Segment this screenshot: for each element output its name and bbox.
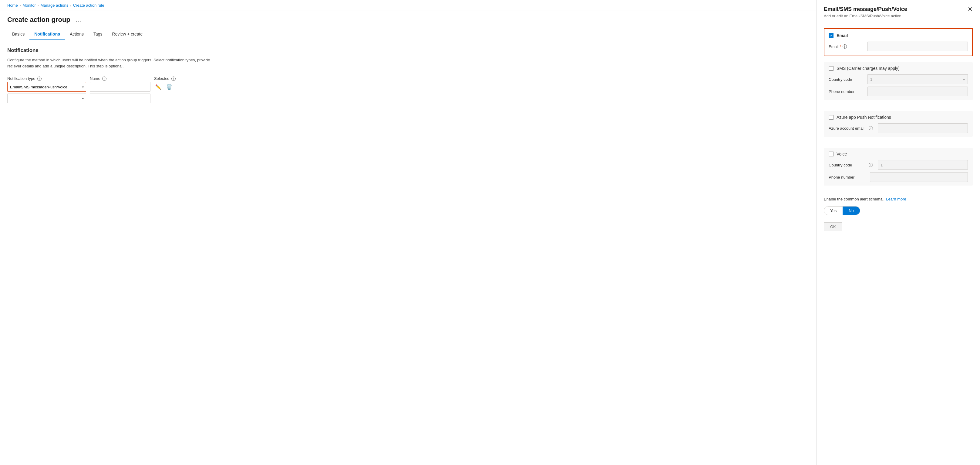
voice-checkbox-row: Voice [829, 152, 968, 157]
divider-2 [824, 143, 973, 143]
required-indicator: * [840, 44, 842, 49]
push-email-input[interactable] [878, 123, 968, 133]
voice-section: Voice Country code i Phone number [824, 148, 973, 185]
notification-name-input-2[interactable] [90, 94, 150, 103]
toggle-yes-button[interactable]: Yes [824, 206, 843, 215]
push-label: Azure app Push Notifications [837, 115, 891, 120]
voice-phone-label: Phone number [829, 175, 865, 179]
section-description: Configure the method in which users will… [7, 57, 213, 69]
panel-title: Email/SMS message/Push/Voice [824, 6, 907, 13]
page-header: Create action group ... [0, 11, 816, 24]
alert-schema-label: Enable the common alert schema. [824, 197, 883, 201]
close-panel-button[interactable]: ✕ [967, 6, 973, 12]
breadcrumb: Home › Monitor › Manage actions › Create… [0, 0, 816, 11]
push-checkbox[interactable] [829, 115, 834, 120]
breadcrumb-monitor[interactable]: Monitor [22, 3, 35, 8]
toggle-group: Yes No [824, 206, 860, 215]
notification-type-dropdown[interactable]: Email/SMS message/Push/Voice [7, 82, 86, 92]
divider-1 [824, 106, 973, 106]
notification-type-cell-2: ▾ [7, 94, 86, 103]
email-info-icon[interactable]: i [843, 44, 847, 49]
learn-more-link[interactable]: Learn more [886, 197, 906, 201]
breadcrumb-manage-actions[interactable]: Manage actions [40, 3, 68, 8]
notification-type-select-wrapper-2: ▾ [7, 94, 86, 103]
sms-country-code-row: Country code 1 ▾ [829, 74, 968, 84]
sms-label: SMS (Carrier charges may apply) [837, 66, 900, 71]
voice-country-info-icon[interactable]: i [869, 163, 873, 167]
selected-info-icon[interactable]: i [171, 77, 176, 81]
sms-checkbox[interactable] [829, 66, 834, 71]
page-title: Create action group [7, 16, 70, 24]
email-label: Email [837, 33, 848, 38]
panel-header: Email/SMS message/Push/Voice Add or edit… [816, 0, 980, 22]
tab-notifications[interactable]: Notifications [29, 29, 65, 40]
table-row: Email/SMS message/Push/Voice ▾ ✏️ 🗑️ [7, 82, 809, 92]
sms-section: SMS (Carrier charges may apply) Country … [824, 62, 973, 100]
push-info-icon[interactable]: i [869, 126, 873, 130]
ok-button-container: OK [824, 220, 973, 231]
divider-3 [824, 192, 973, 192]
breadcrumb-current: Create action rule [73, 3, 104, 8]
panel-content: ✓ Email Email * i SMS (Carrier charges m… [816, 22, 980, 237]
voice-country-input[interactable] [878, 160, 968, 170]
sms-country-code-select[interactable]: 1 ▾ [867, 74, 968, 84]
row-actions: ✏️ 🗑️ [154, 83, 809, 91]
right-panel: Email/SMS message/Push/Voice Add or edit… [816, 0, 980, 465]
table-row: ▾ [7, 94, 809, 103]
voice-checkbox[interactable] [829, 152, 834, 157]
tabs-container: Basics Notifications Actions Tags Review… [0, 29, 816, 40]
push-checkbox-row: Azure app Push Notifications [829, 115, 968, 120]
panel-subtitle: Add or edit an Email/SMS/Push/Voice acti… [824, 14, 907, 18]
col-header-name: Name i [90, 76, 150, 81]
sms-country-code-label: Country code [829, 77, 865, 82]
voice-country-code-label: Country code [829, 163, 865, 167]
tab-basics[interactable]: Basics [7, 29, 29, 40]
voice-label: Voice [837, 152, 847, 157]
sms-phone-label: Phone number [829, 89, 865, 94]
edit-icon-button[interactable]: ✏️ [154, 83, 162, 91]
push-account-label: Azure account email [829, 126, 865, 131]
tab-review-create[interactable]: Review + create [107, 29, 148, 40]
sms-phone-input[interactable] [867, 86, 968, 96]
notification-name-input-1[interactable] [90, 82, 150, 92]
alert-schema-row: Enable the common alert schema. Learn mo… [824, 197, 973, 201]
name-info-icon[interactable]: i [102, 77, 107, 81]
sms-checkbox-row: SMS (Carrier charges may apply) [829, 66, 968, 71]
notification-type-dropdown-2[interactable] [7, 94, 86, 103]
col-header-selected: Selected i [154, 76, 176, 81]
email-section: ✓ Email Email * i [824, 28, 973, 56]
section-title: Notifications [7, 47, 809, 53]
tab-tags[interactable]: Tags [89, 29, 107, 40]
notification-type-cell: Email/SMS message/Push/Voice ▾ [7, 82, 86, 92]
push-email-row: Azure account email i [829, 123, 968, 133]
notification-type-info-icon[interactable]: i [37, 77, 41, 81]
email-input[interactable] [867, 42, 968, 51]
alert-schema-section: Enable the common alert schema. Learn mo… [824, 197, 973, 215]
email-field-label: Email * i [829, 44, 865, 49]
ok-button[interactable]: OK [824, 222, 842, 231]
toggle-no-button[interactable]: No [843, 206, 860, 215]
voice-phone-row: Phone number [829, 172, 968, 182]
breadcrumb-home[interactable]: Home [7, 3, 18, 8]
col-header-notification-type: Notification type i [7, 76, 86, 81]
voice-country-code-row: Country code i [829, 160, 968, 170]
sms-phone-row: Phone number [829, 86, 968, 96]
email-checkbox[interactable]: ✓ [829, 33, 834, 38]
sms-dropdown-chevron-icon: ▾ [963, 77, 965, 82]
delete-icon-button[interactable]: 🗑️ [165, 83, 173, 91]
push-section: Azure app Push Notifications Azure accou… [824, 111, 973, 137]
email-checkbox-row: ✓ Email [829, 33, 968, 38]
table-header: Notification type i Name i Selected i [7, 76, 809, 81]
voice-phone-input[interactable] [870, 172, 968, 182]
notification-type-select-wrapper: Email/SMS message/Push/Voice ▾ [7, 82, 86, 92]
tab-actions[interactable]: Actions [65, 29, 89, 40]
ellipsis-button[interactable]: ... [74, 16, 84, 24]
email-field-row: Email * i [829, 42, 968, 51]
